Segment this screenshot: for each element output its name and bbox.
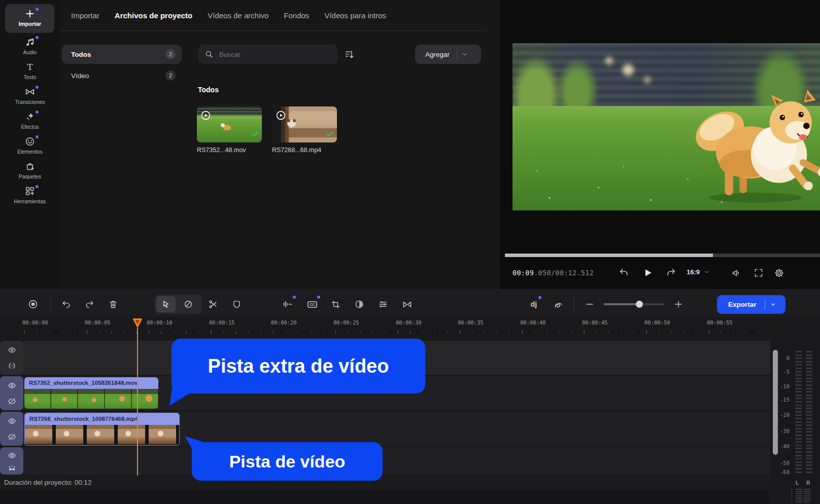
search-input[interactable] (218, 50, 322, 59)
eye-icon[interactable] (8, 381, 16, 390)
tab-importar[interactable]: Importar (71, 11, 99, 20)
bag-plus-icon (24, 161, 36, 172)
filter-todos[interactable]: Todos 2 (62, 45, 182, 64)
jump-back-icon[interactable] (616, 265, 632, 281)
track-header-video-2 (0, 412, 23, 446)
preview-progress-bar[interactable] (505, 254, 820, 257)
sidebar-item-transiciones[interactable]: Transiciones (0, 83, 60, 108)
zoom-slider-handle[interactable] (636, 301, 643, 308)
play-button[interactable] (640, 265, 656, 281)
mask-icon[interactable] (227, 295, 246, 314)
eye-icon[interactable] (8, 417, 16, 425)
count-badge: 2 (165, 49, 176, 59)
crop-icon[interactable] (326, 295, 345, 314)
fullscreen-icon[interactable] (750, 265, 767, 281)
split-scissors-icon[interactable] (203, 295, 223, 314)
progress-fill (505, 254, 713, 257)
sidebar-item-herramientas[interactable]: Herramientas (0, 183, 60, 207)
tab-archivos-de-proyecto[interactable]: Archivos de proyecto (115, 11, 192, 20)
status-bar: Duración del proyecto: 00:12 (0, 476, 769, 490)
media-card-2[interactable] (272, 106, 337, 142)
tab-fondos[interactable]: Fondos (284, 11, 309, 20)
sidebar-item-audio[interactable]: Audio (0, 33, 60, 58)
svg-text:T: T (27, 62, 33, 72)
track-header-video-1 (0, 376, 23, 410)
sidebar-item-paquetes[interactable]: Paquetes (0, 158, 60, 183)
tab-videos-de-archivo[interactable]: Vídeos de archivo (208, 11, 268, 20)
sidebar-item-efectos[interactable]: Efectos (0, 108, 60, 133)
transition-icon (24, 86, 36, 97)
eye-icon[interactable] (8, 346, 16, 354)
video-preview[interactable] (512, 43, 820, 210)
effects-icon (24, 111, 36, 122)
track-lane-audio[interactable] (23, 447, 770, 475)
check-icon (325, 129, 334, 140)
sort-icon[interactable] (344, 49, 355, 62)
playhead-marker[interactable] (133, 318, 142, 329)
search-icon (204, 50, 214, 59)
track-header-extra (0, 341, 23, 375)
link-icon[interactable] (8, 362, 16, 370)
chevron-down-icon[interactable] (770, 301, 776, 308)
sidebar-item-elementos[interactable]: Elementos (0, 133, 60, 158)
tab-videos-para-intros[interactable]: Vídeos para intros (324, 11, 386, 20)
filter-video[interactable]: Vídeo 2 (62, 68, 182, 83)
transition-icon[interactable] (397, 295, 417, 314)
aspect-ratio-selector[interactable]: 16:9 (687, 268, 710, 276)
text-icon: T (24, 61, 36, 73)
extract-audio-icon[interactable] (278, 295, 297, 314)
jump-forward-icon[interactable] (663, 265, 679, 281)
callout-video-track: Pista de vídeo (192, 442, 383, 481)
track-options-icon[interactable] (8, 465, 16, 471)
disable-tool-icon[interactable] (179, 295, 198, 314)
clip-rs7352[interactable]: RS7352_shutterstock_1058261848.mov (24, 377, 158, 409)
zoom-in-icon[interactable] (669, 295, 688, 314)
zoom-slider[interactable] (604, 303, 665, 305)
music-note-icon (24, 37, 36, 48)
sidebar-item-importar[interactable]: Importar (0, 5, 60, 30)
zoom-out-icon[interactable] (580, 295, 599, 314)
svg-text:CC: CC (310, 303, 315, 307)
adjust-contrast-icon[interactable] (350, 295, 369, 314)
doodle-pen-icon[interactable] (549, 295, 568, 314)
library-tabs: Importar Archivos de proyecto Vídeos de … (71, 11, 386, 20)
add-button[interactable]: Agregar (415, 45, 481, 64)
plus-icon (24, 8, 36, 19)
record-icon[interactable] (23, 295, 43, 314)
audio-meter-right (806, 351, 812, 474)
check-icon (250, 129, 259, 140)
redo-icon[interactable] (80, 295, 99, 314)
play-icon (276, 110, 286, 123)
eye-icon[interactable] (8, 451, 16, 460)
volume-icon[interactable] (728, 265, 744, 281)
clip-rs7268[interactable]: RS7268_shutterstock_1008776468.mp4 (24, 413, 180, 446)
chevron-down-icon[interactable] (461, 51, 468, 58)
meter-legend (796, 489, 802, 503)
sidebar-item-texto[interactable]: T Texto (0, 58, 60, 83)
clip-title: RS7268_shutterstock_1008776468.mp4 (25, 413, 179, 425)
callout-extra-video-track: Pista extra de vídeo (172, 339, 425, 393)
captions-icon[interactable]: CC (302, 295, 322, 314)
undo-icon[interactable] (56, 295, 76, 314)
project-duration: Duración del proyecto: 00:12 (4, 479, 92, 486)
select-tool-icon[interactable] (156, 295, 176, 314)
eye-off-icon[interactable] (8, 397, 16, 406)
timeline-toolbar: CC dj (0, 289, 820, 317)
media-filename: RS7352...48.mov (197, 147, 268, 154)
clip-filmstrip (24, 389, 158, 409)
preview-panel: 00:09.050/00:12.512 16:9 (500, 0, 820, 289)
export-button[interactable]: Exportar (717, 295, 785, 314)
filters-sliders-icon[interactable] (373, 295, 393, 314)
video-editor-app: Importar Audio T Texto Transiciones (0, 0, 820, 504)
settings-gear-icon[interactable] (771, 265, 787, 281)
media-card-1[interactable] (197, 106, 262, 142)
delete-icon[interactable] (104, 295, 123, 314)
beat-marker-icon[interactable]: dj (524, 295, 543, 314)
eye-off-icon[interactable] (8, 433, 16, 441)
media-library-panel: Importar Archivos de proyecto Vídeos de … (60, 0, 500, 289)
dog-illustration (681, 78, 820, 210)
section-title: Todos (198, 86, 219, 94)
chevron-down-icon (703, 269, 710, 275)
playhead-line[interactable] (137, 326, 138, 476)
search-box[interactable] (198, 45, 338, 64)
